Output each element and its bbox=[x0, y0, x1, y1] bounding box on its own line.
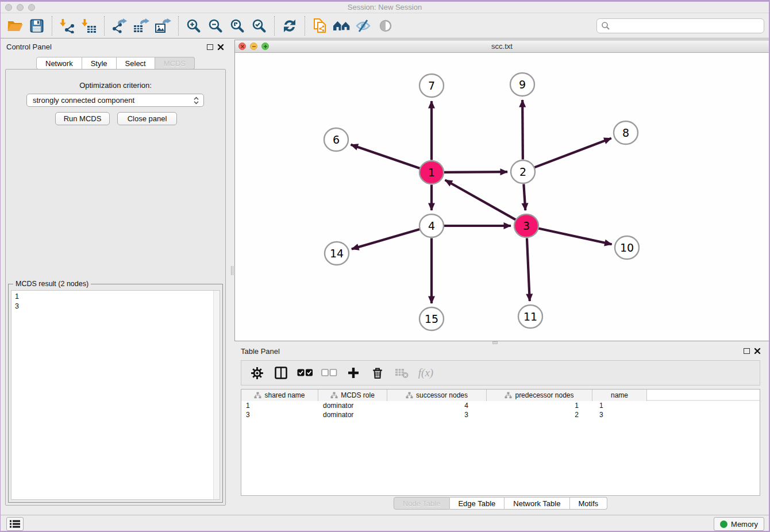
zoom-window-button[interactable] bbox=[28, 4, 35, 11]
tab-network[interactable]: Network bbox=[36, 57, 82, 70]
graph-node-14[interactable]: 14 bbox=[325, 242, 349, 265]
tab-mcds[interactable]: MCDS bbox=[155, 57, 195, 70]
minimize-window-button[interactable] bbox=[17, 4, 24, 11]
result-scrollbar[interactable] bbox=[213, 291, 220, 499]
graph-edge-2-8[interactable] bbox=[534, 138, 611, 168]
close-table-panel-icon[interactable] bbox=[754, 348, 761, 354]
column-label: shared name bbox=[264, 391, 305, 399]
tab-select[interactable]: Select bbox=[117, 57, 155, 70]
zoom-selected-button[interactable] bbox=[248, 15, 270, 37]
table-panel-title: Table Panel bbox=[241, 347, 280, 356]
hide-elements-button[interactable] bbox=[353, 15, 375, 37]
table-cell[interactable]: 2 bbox=[487, 410, 592, 419]
zoom-fit-icon bbox=[230, 18, 245, 33]
tab-motifs[interactable]: Motifs bbox=[569, 497, 607, 510]
mcds-result-fieldset: MCDS result (2 nodes) 1 3 bbox=[8, 284, 223, 503]
table-cell[interactable]: dominator bbox=[318, 401, 387, 410]
minimize-view-button[interactable] bbox=[250, 43, 257, 50]
table-cell[interactable]: 3 bbox=[387, 410, 487, 419]
function-builder-button[interactable]: f(x) bbox=[417, 363, 434, 383]
unselect-all-columns-button[interactable] bbox=[321, 363, 338, 383]
import-network-button[interactable] bbox=[56, 15, 78, 37]
tab-network-table[interactable]: Network Table bbox=[505, 497, 569, 510]
column-header-successor-nodes[interactable]: successor nodes bbox=[387, 390, 487, 401]
graph-edge-1-6[interactable] bbox=[351, 145, 420, 168]
show-elements-button[interactable] bbox=[375, 15, 396, 37]
refresh-icon bbox=[282, 18, 297, 33]
graph-node-4[interactable]: 4 bbox=[419, 214, 444, 237]
toggle-column-view-button[interactable] bbox=[272, 363, 290, 383]
search-input[interactable] bbox=[610, 20, 764, 32]
column-header-MCDS-role[interactable]: MCDS role bbox=[318, 390, 387, 401]
criterion-select[interactable]: strongly connected component bbox=[26, 94, 204, 107]
graph-edge-3-10[interactable] bbox=[538, 229, 612, 245]
duplicate-network-button[interactable] bbox=[309, 15, 331, 37]
graph-edge-3-1[interactable] bbox=[445, 180, 516, 219]
export-table-button[interactable] bbox=[130, 15, 152, 37]
select-all-columns-button[interactable] bbox=[297, 363, 314, 383]
close-panel-button[interactable]: Close panel bbox=[117, 112, 177, 125]
graph-node-1[interactable]: 1 bbox=[419, 161, 444, 184]
table-cell[interactable]: 3 bbox=[241, 410, 318, 419]
graph-edge-2-3[interactable] bbox=[523, 184, 525, 210]
graph-node-10[interactable]: 10 bbox=[615, 236, 639, 259]
home-networks-button[interactable] bbox=[331, 15, 353, 37]
table-cell[interactable]: 1 bbox=[241, 401, 318, 410]
graph-node-11[interactable]: 11 bbox=[518, 305, 542, 328]
graph-node-7[interactable]: 7 bbox=[419, 74, 444, 97]
graph-node-3[interactable]: 3 bbox=[514, 214, 538, 237]
float-table-panel-icon[interactable] bbox=[744, 348, 750, 354]
import-table-button[interactable] bbox=[78, 15, 100, 37]
graph-edge-4-14[interactable] bbox=[352, 229, 419, 249]
task-history-button[interactable] bbox=[6, 517, 24, 531]
zoom-fit-button[interactable] bbox=[226, 15, 248, 37]
table-cell[interactable]: 1 bbox=[487, 401, 592, 410]
close-panel-icon[interactable] bbox=[217, 44, 224, 51]
table-settings-button[interactable] bbox=[248, 363, 265, 383]
svg-text:14: 14 bbox=[330, 247, 344, 260]
apply-layout-button[interactable] bbox=[279, 15, 301, 37]
horizontal-splitter-handle[interactable] bbox=[492, 341, 498, 344]
memory-button[interactable]: Memory bbox=[714, 517, 764, 531]
column-header-shared-name[interactable]: shared name bbox=[241, 390, 318, 401]
zoom-out-button[interactable] bbox=[205, 15, 226, 37]
app-window-controls bbox=[5, 4, 35, 11]
graph-node-2[interactable]: 2 bbox=[511, 160, 535, 183]
eye-disabled-icon bbox=[379, 19, 392, 33]
create-column-button[interactable] bbox=[345, 363, 362, 383]
delete-table-button[interactable] bbox=[393, 363, 410, 383]
table-cell[interactable]: 4 bbox=[387, 401, 487, 410]
zoom-in-button[interactable] bbox=[183, 15, 205, 37]
save-session-button[interactable] bbox=[26, 15, 48, 37]
vertical-splitter-handle[interactable] bbox=[231, 266, 233, 275]
graph-edge-3-11[interactable] bbox=[527, 238, 530, 301]
close-window-button[interactable] bbox=[5, 4, 12, 11]
graph-node-9[interactable]: 9 bbox=[510, 73, 534, 96]
graph-node-15[interactable]: 15 bbox=[419, 307, 444, 330]
graph-node-8[interactable]: 8 bbox=[614, 121, 638, 144]
float-panel-icon[interactable] bbox=[207, 44, 213, 50]
column-header-predecessor-nodes[interactable]: predecessor nodes bbox=[487, 390, 592, 401]
status-bar bbox=[1, 515, 769, 531]
graph-edge-2-9[interactable] bbox=[522, 100, 523, 160]
tab-style[interactable]: Style bbox=[82, 57, 117, 70]
run-mcds-button[interactable]: Run MCDS bbox=[55, 112, 110, 125]
maximize-view-button[interactable] bbox=[261, 43, 269, 50]
table-toolbar: f(x) bbox=[241, 360, 760, 385]
tab-node-table[interactable]: Node Table bbox=[394, 497, 450, 510]
table-cell[interactable]: dominator bbox=[318, 410, 387, 419]
graph-node-6[interactable]: 6 bbox=[324, 128, 348, 151]
table-cell[interactable]: 1 bbox=[592, 401, 647, 410]
close-view-button[interactable] bbox=[238, 43, 246, 50]
column-header-name[interactable]: name bbox=[592, 390, 647, 401]
export-network-button[interactable] bbox=[109, 15, 130, 37]
table-cell[interactable]: 3 bbox=[592, 410, 647, 419]
export-image-button[interactable] bbox=[152, 15, 174, 37]
delete-column-button[interactable] bbox=[369, 363, 386, 383]
tab-edge-table[interactable]: Edge Table bbox=[449, 497, 505, 510]
graph-edge-1-2[interactable] bbox=[444, 172, 507, 172]
mcds-result-box[interactable]: 1 3 bbox=[11, 290, 220, 500]
column-type-icon bbox=[406, 392, 413, 399]
network-canvas[interactable]: 7968124314101511 bbox=[235, 53, 769, 341]
open-session-button[interactable] bbox=[4, 15, 26, 37]
